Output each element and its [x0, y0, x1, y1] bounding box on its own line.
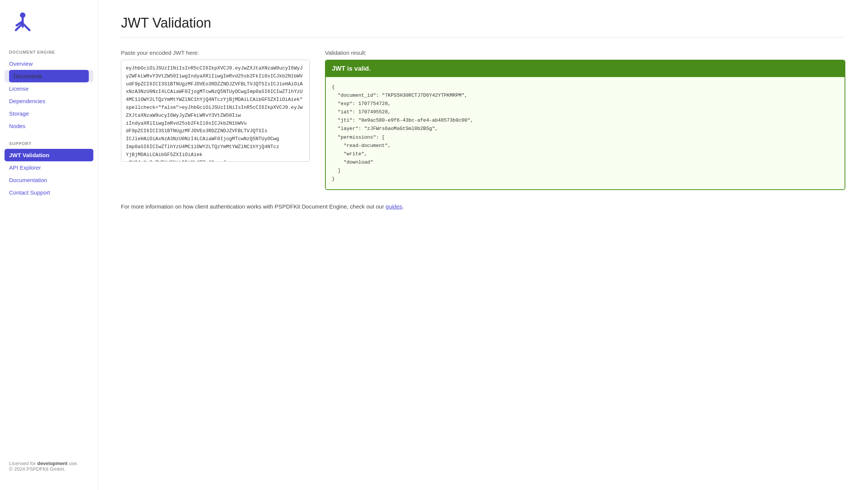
sidebar-link-dependencies[interactable]: Dependencies [0, 95, 98, 107]
jwt-textarea[interactable]: eyJhbGciOiJSUzI1NiIsInR5cCI6IkpXVCJ9.eyJ… [121, 60, 310, 162]
jwt-input-section: Paste your encoded JWT here: eyJhbGciOiJ… [121, 49, 310, 163]
sidebar-link-jwt-validation[interactable]: JWT Validation [5, 149, 93, 161]
sidebar-item-contact-support[interactable]: Contact Support [0, 186, 98, 199]
footer-text-prefix: Licensed for [9, 461, 37, 466]
footer-text-suffix: use. [68, 461, 78, 466]
validation-json: { "document_id": "7KPS5H30RCTJ7D6Y42YTPK… [326, 77, 845, 189]
jwt-input-label: Paste your encoded JWT here: [121, 49, 310, 56]
footer-copyright: © 2024 PSPDFKit GmbH. [9, 466, 89, 472]
sidebar-link-documents[interactable]: Documents [9, 70, 89, 82]
sidebar-link-overview[interactable]: Overview [0, 57, 98, 70]
section-label-support: SUPPORT [0, 141, 98, 149]
jwt-layout: Paste your encoded JWT here: eyJhbGciOiJ… [121, 49, 845, 190]
validation-section: Validation result: JWT is valid. { "docu… [325, 49, 845, 190]
sidebar-item-overview[interactable]: Overview [0, 57, 98, 70]
sidebar-item-documentation[interactable]: Documentation [0, 174, 98, 186]
sidebar-link-storage[interactable]: Storage [0, 107, 98, 120]
sidebar-link-documentation[interactable]: Documentation [0, 174, 98, 186]
sidebar-item-jwt-validation[interactable]: JWT Validation [0, 149, 98, 161]
validation-status: JWT is valid. [326, 60, 845, 77]
validation-result-box: JWT is valid. { "document_id": "7KPS5H30… [325, 60, 845, 190]
sidebar-link-license[interactable]: License [0, 82, 98, 95]
footer-text-bold: development [37, 461, 67, 466]
sidebar: DOCUMENT ENGINE Overview Documents Licen… [0, 0, 98, 490]
sidebar-link-contact-support[interactable]: Contact Support [0, 186, 98, 199]
sidebar-link-api-explorer[interactable]: API Explorer [0, 161, 98, 174]
info-text: For more information on how client authe… [121, 202, 845, 211]
sidebar-item-storage[interactable]: Storage [0, 107, 98, 120]
validation-result-label: Validation result: [325, 49, 845, 56]
pspdfkit-logo-icon [9, 9, 36, 36]
footer-license-text: Licensed for development use. [9, 461, 89, 466]
page-title: JWT Validation [121, 15, 845, 31]
main-content: JWT Validation Paste your encoded JWT he… [98, 0, 868, 490]
sidebar-link-nodes[interactable]: Nodes [0, 120, 98, 132]
sidebar-item-dependencies[interactable]: Dependencies [0, 95, 98, 107]
guides-link[interactable]: guides [385, 203, 402, 210]
sidebar-item-license[interactable]: License [0, 82, 98, 95]
nav-document-engine: Overview Documents License Dependencies … [0, 57, 98, 132]
info-text-prefix: For more information on how client authe… [121, 203, 385, 210]
info-text-suffix: . [402, 203, 404, 210]
sidebar-footer: Licensed for development use. © 2024 PSP… [0, 451, 98, 481]
sidebar-item-documents[interactable]: Documents [5, 70, 93, 82]
section-label-document-engine: DOCUMENT ENGINE [0, 50, 98, 57]
sidebar-item-api-explorer[interactable]: API Explorer [0, 161, 98, 174]
nav-support: JWT Validation API Explorer Documentatio… [0, 149, 98, 199]
sidebar-item-nodes[interactable]: Nodes [0, 120, 98, 132]
sidebar-logo [0, 9, 98, 50]
title-divider [121, 37, 845, 37]
